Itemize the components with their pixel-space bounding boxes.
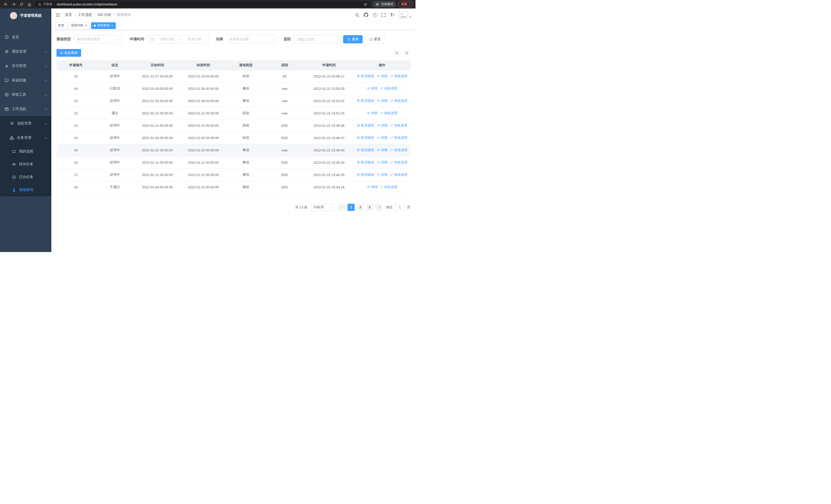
tab-leave-query[interactable]: 请假查询 × <box>91 22 116 29</box>
page-button-2[interactable]: 2 <box>357 204 364 211</box>
close-icon[interactable]: × <box>111 24 113 27</box>
progress-link[interactable]: 审批进度 <box>390 98 407 103</box>
cancel-leave-link[interactable]: 取消请假 <box>357 123 374 128</box>
detail-link[interactable]: 详情 <box>367 111 377 116</box>
cell-leave-type: 病假 <box>226 70 265 82</box>
cell-leave-type: 事假 <box>226 169 265 181</box>
start-date-input[interactable]: 开始日期 <box>155 37 179 41</box>
progress-link[interactable]: 审批进度 <box>380 86 398 91</box>
breadcrumb-item[interactable]: 首页 <box>65 12 72 17</box>
app-logo[interactable]: 芋道管理系统 <box>0 8 51 23</box>
detail-link[interactable]: 详情 <box>367 185 377 189</box>
help-icon[interactable]: ? <box>373 13 377 17</box>
sidebar-item-done-tasks[interactable]: 已办任务 <box>0 171 51 183</box>
detail-link[interactable]: 详情 <box>377 173 388 177</box>
cell-status: 处理中 <box>95 156 135 169</box>
security-warning[interactable]: 不安全 <box>38 2 52 6</box>
progress-link[interactable]: 审批进度 <box>390 160 407 165</box>
sidebar-item-infra[interactable]: 基础设施 <box>0 73 51 88</box>
cancel-leave-link[interactable]: 取消请假 <box>357 148 374 152</box>
sidebar-item-system[interactable]: 系统管理 <box>0 45 51 59</box>
detail-link[interactable]: 详情 <box>377 160 388 165</box>
table-toolbar: 发起请假 <box>56 49 410 57</box>
url-text[interactable]: dashboard.yudao.iocoder.cn/bpm/oa/leave <box>57 3 361 6</box>
cell-actions: 取消请假详情审批进度 <box>354 119 410 131</box>
eye-icon <box>12 162 16 166</box>
detail-link[interactable]: 详情 <box>377 136 388 140</box>
page-button-3[interactable]: 3 <box>366 204 373 211</box>
sidebar-item-process-mgmt[interactable]: 流程管理 <box>0 116 51 130</box>
progress-link[interactable]: 审批进度 <box>380 111 398 116</box>
reset-button[interactable]: 重置 <box>365 35 385 43</box>
user-avatar[interactable] <box>399 11 411 19</box>
page-size-select[interactable]: 10条/页 <box>311 204 335 211</box>
create-leave-button[interactable]: 发起请假 <box>56 49 81 57</box>
detail-link[interactable]: 详情 <box>377 123 388 128</box>
cancel-leave-link[interactable]: 取消请假 <box>357 160 374 165</box>
date-range-picker[interactable]: 开始日期 - 结束日期 <box>147 35 209 43</box>
reload-icon[interactable] <box>20 2 24 6</box>
eye-icon <box>377 161 380 164</box>
address-bar[interactable]: 不安全 dashboard.yudao.iocoder.cn/bpm/oa/le… <box>35 1 371 7</box>
cancel-leave-link[interactable]: 取消请假 <box>357 74 374 79</box>
sidebar-item-workflow[interactable]: 工作流程 <box>0 102 51 116</box>
sidebar-item-leave-query[interactable]: 请假查询 <box>0 183 51 196</box>
tab-label: 流程详情 <box>71 23 83 28</box>
cell-end-time: 2022-01-22 00:00:00 <box>180 144 226 156</box>
gear-icon <box>5 50 9 54</box>
font-size-icon[interactable]: TT <box>390 13 395 17</box>
sidebar-item-devtools[interactable]: 研发工具 <box>0 88 51 102</box>
sidebar-item-my-process[interactable]: 我的流程 <box>0 145 51 158</box>
reason-input[interactable] <box>294 35 338 43</box>
tab-home[interactable]: 首页 <box>55 22 67 29</box>
end-date-input[interactable]: 结束日期 <box>183 37 206 41</box>
browser-update-button[interactable]: 更新 <box>398 1 413 7</box>
cancel-leave-link[interactable]: 取消请假 <box>357 173 374 177</box>
sidebar-toggle-icon[interactable] <box>55 12 60 18</box>
fullscreen-icon[interactable] <box>381 13 386 17</box>
cancel-leave-link[interactable]: 取消请假 <box>357 98 374 103</box>
detail-link[interactable]: 详情 <box>377 98 388 103</box>
filter-leave-type: 请假类型 请选择请假类型 <box>56 35 123 43</box>
sidebar-item-task-mgmt[interactable]: 任务管理 <box>0 130 51 145</box>
progress-link[interactable]: 审批进度 <box>390 123 407 128</box>
prev-page-button[interactable] <box>338 204 345 211</box>
bookmark-star-icon[interactable] <box>364 2 368 6</box>
progress-link[interactable]: 审批进度 <box>390 74 407 79</box>
github-icon[interactable] <box>364 12 368 17</box>
search-button[interactable]: 搜索 <box>343 35 363 43</box>
progress-link[interactable]: 审批进度 <box>390 173 407 177</box>
person-icon <box>12 188 16 192</box>
close-icon[interactable]: × <box>85 24 87 27</box>
breadcrumb-item[interactable]: 工作流程 <box>78 12 92 17</box>
page-button-1[interactable]: 1 <box>347 204 355 211</box>
search-icon[interactable] <box>355 13 359 17</box>
toggle-search-icon[interactable] <box>393 49 400 56</box>
sidebar-item-payment[interactable]: ¥ 支付管理 <box>0 59 51 73</box>
progress-link[interactable]: 审批进度 <box>390 148 407 152</box>
goto-page-input[interactable] <box>395 204 405 211</box>
result-select[interactable]: 请选择流结果 <box>226 35 277 43</box>
next-page-button[interactable] <box>375 204 382 211</box>
progress-link[interactable]: 审批进度 <box>380 185 398 189</box>
sidebar-item-todo-tasks[interactable]: 待办任务 <box>0 158 51 171</box>
cell-apply-time: 2022-01-22 23:44:35 <box>304 169 354 181</box>
active-dot <box>94 25 96 27</box>
sidebar-item-home[interactable]: 首页 <box>0 30 51 45</box>
browser-menu-icon[interactable] <box>409 3 410 6</box>
detail-link[interactable]: 详情 <box>377 74 388 79</box>
refresh-table-icon[interactable] <box>403 49 410 56</box>
breadcrumb-item[interactable]: OA 示例 <box>98 12 111 17</box>
tab-process-detail[interactable]: 流程详情 × <box>68 22 90 29</box>
home-icon[interactable] <box>27 2 32 6</box>
cancel-leave-link[interactable]: 取消请假 <box>357 136 374 140</box>
progress-link[interactable]: 审批进度 <box>390 136 407 140</box>
cell-actions: 详情审批进度 <box>354 107 410 119</box>
detail-link[interactable]: 详情 <box>377 148 388 152</box>
back-icon[interactable] <box>4 2 8 6</box>
cell-start-time: 2022-01-22 00:00:00 <box>134 107 180 119</box>
detail-link[interactable]: 详情 <box>367 86 377 91</box>
cell-end-time: 2022-01-23 00:00:00 <box>180 119 226 131</box>
forward-icon[interactable] <box>11 2 16 6</box>
leave-type-select[interactable]: 请选择请假类型 <box>74 35 123 43</box>
